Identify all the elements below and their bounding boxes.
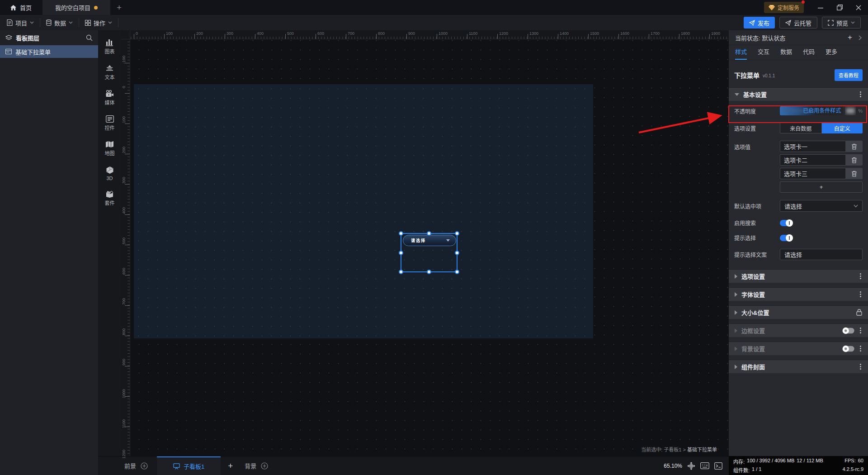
foreground-tab[interactable]: 前景: [98, 456, 148, 475]
option-input[interactable]: 选项卡三: [780, 168, 845, 179]
tab-more[interactable]: 更多: [826, 47, 837, 60]
section-option-settings[interactable]: 选项设置: [729, 269, 868, 283]
chevron-down-icon: [851, 21, 855, 24]
delete-option-button[interactable]: [845, 168, 863, 179]
section-menu-icon[interactable]: [859, 90, 862, 98]
circle-plus-icon[interactable]: [141, 462, 148, 470]
home-button[interactable]: 首页: [0, 0, 40, 15]
shortcut-keys-button[interactable]: [700, 462, 709, 469]
delete-option-button[interactable]: [845, 141, 863, 152]
section-font-settings[interactable]: 字体设置: [729, 287, 868, 301]
canvas-body[interactable]: 请选择 当前选中: 子看板1 > 基础下拉菜单: [130, 39, 729, 456]
default-selected-row: 默认选中项 请选择: [734, 200, 863, 212]
cloud-hosting-button[interactable]: 云托管: [779, 17, 817, 28]
selected-component-dropdown[interactable]: 请选择: [401, 233, 458, 272]
resize-handle-mid-left[interactable]: [399, 251, 403, 255]
strip-item-text[interactable]: 文本: [105, 64, 115, 81]
option-source-label: 选项设置: [734, 124, 780, 132]
memory-value: 100 / 3992 / 4096 MB: [747, 458, 794, 465]
minimize-button[interactable]: [811, 0, 830, 15]
resize-handle-bottom-center[interactable]: [427, 270, 431, 274]
tab-style[interactable]: 样式: [735, 47, 747, 60]
option-input[interactable]: 选项卡一: [780, 141, 845, 152]
resize-handle-bottom-left[interactable]: [399, 270, 403, 274]
console-button[interactable]: [714, 462, 722, 470]
add-option-button[interactable]: +: [780, 181, 863, 193]
fit-view-button[interactable]: [687, 462, 695, 470]
publish-button[interactable]: 发布: [744, 17, 775, 28]
strip-item-widgets[interactable]: 控件: [105, 115, 115, 131]
enable-search-toggle[interactable]: [780, 220, 793, 226]
preview-label: 预览: [836, 19, 848, 27]
section-menu-icon[interactable]: [859, 290, 862, 298]
strip-item-kits[interactable]: 套件: [105, 190, 115, 206]
custom-button[interactable]: 自定义: [822, 123, 863, 133]
section-menu-icon[interactable]: [859, 345, 862, 352]
tab-code[interactable]: 代码: [803, 47, 815, 60]
resize-handle-mid-right[interactable]: [455, 251, 459, 255]
layers-panel: 看板图层 基础下拉菜单: [0, 30, 98, 475]
maximize-icon: [837, 5, 843, 10]
resize-handle-top-center[interactable]: [427, 231, 431, 236]
background-settings-toggle[interactable]: [843, 346, 854, 352]
cloud-hosting-label: 云托管: [794, 19, 811, 27]
tab-data[interactable]: 数据: [780, 47, 792, 60]
dropdown-placeholder: 请选择: [411, 238, 426, 243]
lock-icon[interactable]: [856, 309, 862, 316]
background-tab[interactable]: 背景: [240, 456, 273, 475]
option-input[interactable]: 选项卡二: [780, 154, 845, 166]
resize-handle-bottom-right[interactable]: [455, 270, 459, 274]
preview-button[interactable]: 预览: [822, 17, 861, 28]
from-data-button[interactable]: 来自数据: [780, 123, 822, 133]
menu-project[interactable]: 项目: [0, 18, 40, 27]
layer-item-dropdown[interactable]: 基础下拉菜单: [0, 45, 98, 58]
sub-board[interactable]: [134, 84, 593, 338]
subboard-tab[interactable]: 子看板1: [157, 456, 221, 475]
resize-handle-top-left[interactable]: [399, 231, 403, 236]
tutorial-button[interactable]: 查看教程: [835, 69, 863, 81]
section-background-settings[interactable]: 背景设置: [729, 342, 868, 355]
section-menu-icon[interactable]: [859, 327, 862, 334]
border-settings-toggle[interactable]: [843, 328, 854, 333]
chevron-right-icon[interactable]: [859, 35, 862, 40]
strip-item-3d[interactable]: 3D: [106, 166, 114, 181]
section-border-settings[interactable]: 边框设置: [729, 323, 868, 337]
circle-plus-icon[interactable]: [261, 462, 268, 470]
delete-option-button[interactable]: [845, 154, 863, 166]
media-icon: [105, 90, 114, 97]
zoom-level[interactable]: 65.10%: [664, 463, 682, 469]
opacity-value-box[interactable]: [845, 106, 856, 115]
menu-actions[interactable]: 操作: [79, 18, 118, 27]
menu-data[interactable]: 数据: [40, 18, 79, 27]
strip-item-charts[interactable]: 图表: [105, 38, 115, 55]
project-tab[interactable]: 我的空白项目: [42, 0, 110, 15]
dropdown-control[interactable]: 请选择: [403, 235, 456, 246]
strip-item-media[interactable]: 媒体: [105, 90, 115, 106]
section-size-position[interactable]: 大小&位置: [729, 305, 868, 319]
menu-project-label: 项目: [15, 19, 27, 27]
strip-item-map[interactable]: 地图: [105, 141, 115, 157]
default-selected-dropdown[interactable]: 请选择: [780, 200, 863, 212]
add-state-button[interactable]: +: [848, 33, 852, 42]
section-menu-icon[interactable]: [859, 363, 862, 370]
resize-handle-top-right[interactable]: [455, 231, 459, 236]
option-values-row: 选项值 选项卡一 选项卡二: [734, 141, 863, 193]
section-component-cover[interactable]: 组件封面: [729, 360, 868, 373]
add-board-button[interactable]: +: [221, 456, 240, 475]
board-icon: [173, 463, 180, 470]
new-tab-button[interactable]: +: [110, 0, 128, 15]
foreground-label: 前景: [124, 461, 136, 470]
opacity-slider[interactable]: 已启用条件样式: [780, 106, 843, 115]
widget-icon: [106, 115, 114, 123]
close-button[interactable]: [849, 0, 868, 15]
prompt-select-toggle[interactable]: [780, 235, 793, 241]
custom-service-badge[interactable]: 定制服务: [764, 2, 804, 13]
component-name: 下拉菜单: [734, 71, 760, 80]
section-basic-settings[interactable]: 基本设置: [729, 87, 868, 101]
prompt-text-input[interactable]: 请选择: [780, 249, 863, 260]
maximize-button[interactable]: [830, 0, 849, 15]
section-menu-icon[interactable]: [859, 272, 862, 280]
search-icon[interactable]: [86, 34, 93, 41]
tab-interaction[interactable]: 交互: [758, 47, 769, 60]
default-selected-label: 默认选中项: [734, 202, 780, 210]
